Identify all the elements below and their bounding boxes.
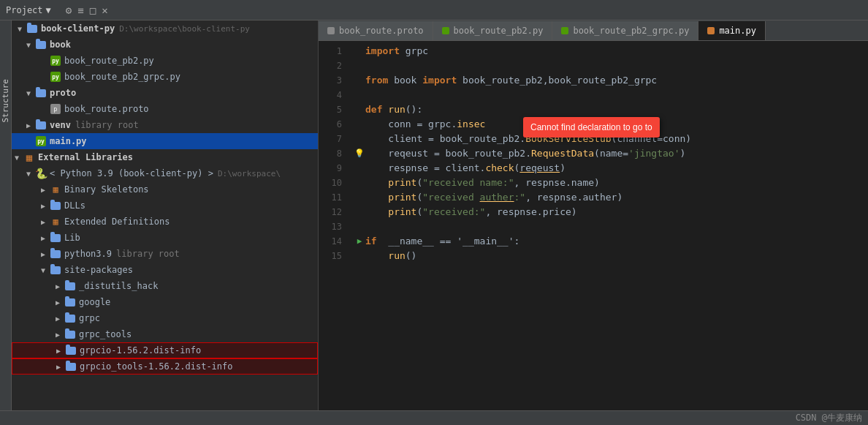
code-line-13 (354, 219, 862, 234)
tab-book-route-proto[interactable]: book_route.proto (319, 21, 433, 40)
code-5: def run(): (365, 102, 422, 117)
python39-arrow (26, 170, 35, 178)
code-line-12: print("received:", respnse.price) (354, 205, 862, 219)
book-route-pb2-label: book_route_pb2.py (64, 56, 154, 66)
grpc-tools-label: grpc_tools (79, 329, 132, 339)
py-file-icon2: py (50, 71, 61, 83)
grpc-tools-folder-icon (64, 328, 76, 340)
binary-arrow (41, 186, 50, 194)
tab-main[interactable]: main.py (698, 21, 766, 40)
google-label: google (79, 297, 110, 307)
project-panel: book-client-py D:\workspace\book-client-… (12, 20, 319, 410)
distutils-hack-item[interactable]: _distutils_hack (12, 278, 318, 294)
editor-area: book_route.proto book_route_pb2.py book_… (319, 20, 868, 410)
ext-defs-icon: ▦ (50, 216, 61, 227)
venv-label: venv (50, 120, 71, 130)
code-15: run() (365, 249, 416, 263)
book-route-pb2-grpc-item[interactable]: ▶ py book_route_pb2_grpc.py (12, 69, 318, 85)
grpcio-dist-arrow (56, 347, 65, 355)
ext-defs-arrow (41, 218, 50, 226)
code-1: import grpc (365, 44, 428, 59)
root-folder-icon (26, 23, 38, 34)
lib-folder-icon (50, 232, 61, 244)
grpc-label: grpc (79, 313, 100, 323)
py39-root-folder-icon (50, 248, 61, 260)
python39-label: < Python 3.9 (book-client-py) > (50, 168, 213, 178)
grpc-item[interactable]: grpc (12, 310, 318, 326)
grpc-tools-item[interactable]: grpc_tools (12, 326, 318, 342)
main-content: Structure book-client-py D:\workspace\bo… (0, 20, 868, 410)
book-folder-item[interactable]: book (12, 37, 318, 53)
settings-icon[interactable]: ⚙ (66, 4, 72, 16)
project-dropdown[interactable]: Project ▼ (6, 5, 51, 15)
tab-icon-proto (327, 27, 335, 34)
grpcio-tools-dist-arrow (56, 363, 65, 371)
tab-bar: book_route.proto book_route_pb2.py book_… (319, 20, 868, 41)
py39-root-sublabel: library root (116, 249, 180, 259)
proto-folder-icon (35, 87, 47, 99)
google-folder-icon (64, 296, 76, 308)
python39-root-item[interactable]: python3.9 library root (12, 246, 318, 262)
book-route-proto-label: book_route.proto (64, 104, 149, 114)
code-12: print("received:", respnse.price) (365, 205, 577, 219)
code-line-2 (354, 59, 862, 73)
dlls-item[interactable]: DLLs (12, 198, 318, 214)
lib-item[interactable]: Lib (12, 230, 318, 246)
close-panel-icon[interactable]: ✕ (102, 4, 107, 16)
ext-lib-arrow (15, 154, 23, 162)
structure-label: Structure (1, 79, 10, 123)
lib-label: Lib (64, 233, 80, 243)
code-editor: 12345 678910 1112131415 Cannot find decl… (319, 41, 868, 410)
site-packages-icon (50, 264, 61, 276)
tab-book-route-pb2-grpc[interactable]: book_route_pb2_grpc.py (552, 21, 698, 40)
binary-skeletons-item[interactable]: ▦ Binary Skeletons (12, 181, 318, 198)
layout-icon[interactable]: □ (90, 4, 96, 16)
code-4 (365, 88, 371, 102)
ext-lib-icon: ▦ (23, 151, 35, 163)
run-icon-14: ▶ (354, 234, 365, 249)
title-bar: Project ▼ ⚙ ≡ □ ✕ (0, 0, 868, 20)
book-folder-label: book (50, 40, 71, 50)
code-6: conn = grpc.insec (365, 117, 485, 132)
main-py-label: main.py (50, 136, 87, 146)
title-bar-left: Project ▼ ⚙ ≡ □ ✕ (6, 4, 108, 16)
binary-icon: ▦ (50, 184, 61, 195)
structure-tab[interactable]: Structure (0, 20, 12, 410)
code-line-9: respnse = client.check(reqeust) (354, 161, 862, 176)
extended-defs-item[interactable]: ▦ Extended Definitions (12, 214, 318, 230)
proto-folder-item[interactable]: proto (12, 85, 318, 101)
venv-folder-item[interactable]: venv library root (12, 117, 318, 133)
book-folder-icon (35, 39, 47, 50)
google-item[interactable]: google (12, 294, 318, 310)
python39-item[interactable]: 🐍 < Python 3.9 (book-client-py) > D:\wor… (12, 165, 318, 181)
grpcio-dist-item[interactable]: grpcio-1.56.2.dist-info (12, 342, 318, 358)
project-label: Project (6, 5, 43, 15)
book-route-proto-item[interactable]: ▶ p book_route.proto (12, 101, 318, 117)
root-arrow (18, 25, 26, 33)
distutils-label: _distutils_hack (79, 281, 158, 291)
line-numbers: 12345 678910 1112131415 (319, 41, 348, 410)
main-py-item[interactable]: ▶ py main.py (12, 133, 318, 149)
site-packages-item[interactable]: site-packages (12, 262, 318, 278)
tab-book-route-pb2[interactable]: book_route_pb2.py (433, 21, 553, 40)
csdn-text: CSDN @牛麦康纳 (796, 412, 862, 424)
ext-defs-label: Extended Definitions (64, 217, 170, 227)
code-content[interactable]: Cannot find declaration to go to import … (348, 41, 868, 410)
code-13 (365, 219, 371, 234)
gutter-8: 💡 (354, 146, 365, 161)
external-libraries-item[interactable]: ▦ External Libraries (12, 149, 318, 165)
project-root-item[interactable]: book-client-py D:\workspace\book-client-… (12, 20, 318, 37)
grpcio-tools-dist-item[interactable]: grpcio_tools-1.56.2.dist-info (12, 358, 318, 375)
tab-label-pb2: book_route_pb2.py (454, 26, 544, 36)
minimize-icon[interactable]: ≡ (77, 4, 83, 16)
code-line-8: 💡 reqeust = book_route_pb2.RequestData(n… (354, 146, 862, 161)
distutils-arrow (56, 282, 64, 290)
book-route-pb2-item[interactable]: ▶ py book_route_pb2.py (12, 53, 318, 69)
proto-arrow (26, 89, 35, 97)
code-line-5: def run(): (354, 102, 862, 117)
code-2 (365, 59, 371, 73)
tab-icon-pb2-grpc (561, 27, 568, 34)
grpc-folder-icon (64, 312, 76, 324)
code-line-10: print("received name:", respnse.name) (354, 176, 862, 190)
dlls-arrow (41, 202, 50, 210)
